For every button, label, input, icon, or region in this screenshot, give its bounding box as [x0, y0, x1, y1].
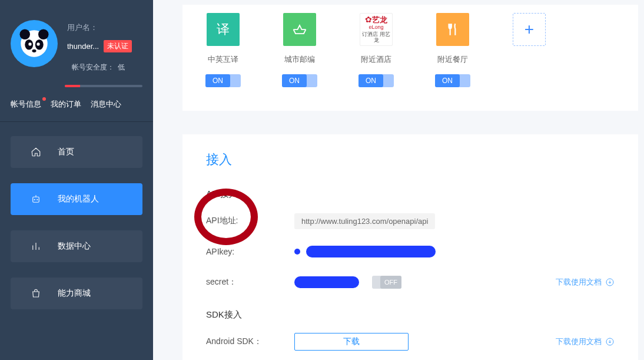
post-icon	[291, 21, 308, 38]
svg-rect-8	[33, 197, 39, 202]
api-key-label: APIkey:	[206, 247, 294, 256]
func-postcode: 城市邮编 ON	[279, 13, 320, 87]
elong-logo-icon: ✿艺龙 eLong 订酒店 用艺龙	[360, 15, 392, 43]
nav-robot-label: 我的机器人	[58, 194, 99, 204]
svg-point-2	[38, 29, 49, 40]
main-content: 译 中英互译 ON 城市邮编 ON ✿艺龙 eLong	[153, 0, 644, 360]
nav-home[interactable]: 首页	[11, 136, 142, 168]
nav-data-label: 数据中心	[58, 241, 91, 252]
nav-data-center[interactable]: 数据中心	[11, 230, 142, 262]
home-icon	[31, 147, 41, 157]
nav-store-label: 能力商城	[58, 288, 91, 299]
func-translate: 译 中英互译 ON	[203, 13, 244, 87]
utensils-icon	[445, 22, 460, 37]
username-label: 用户名：	[67, 22, 142, 33]
tab-my-orders[interactable]: 我的订单	[51, 99, 81, 110]
nav-home-label: 首页	[58, 147, 74, 157]
profile-block: 用户名： thunder... 未认证 帐号安全度： 低	[0, 0, 153, 80]
secret-redacted	[294, 276, 359, 288]
api-url-value[interactable]: http://www.tuling123.com/openapi/api	[294, 213, 435, 229]
secret-toggle[interactable]: OFF	[372, 276, 401, 289]
tile-hotel[interactable]: ✿艺龙 eLong 订酒店 用艺龙	[360, 13, 393, 46]
tile-postcode[interactable]	[283, 13, 316, 46]
robot-icon	[31, 194, 41, 204]
svg-point-7	[32, 49, 36, 52]
verify-badge[interactable]: 未认证	[104, 40, 132, 52]
download-circle-icon	[605, 337, 615, 346]
sidebar: 用户名： thunder... 未认证 帐号安全度： 低 帐号信息 我的订单 消…	[0, 0, 153, 360]
download-circle-icon	[605, 278, 615, 287]
toggle-hotel[interactable]: ON	[358, 74, 394, 87]
add-function-button[interactable]: +	[513, 13, 546, 46]
svg-point-5	[28, 42, 31, 45]
secret-label: secret：	[206, 277, 294, 288]
tile-restaurant[interactable]	[436, 13, 469, 46]
func-translate-label: 中英互译	[208, 54, 238, 65]
toggle-hotel-state: ON	[358, 74, 383, 87]
nav-ability-store[interactable]: 能力商城	[11, 278, 142, 309]
access-panel: 接入 API接入 API地址: http://www.tuling123.com…	[182, 134, 638, 360]
username-value: thunder...	[67, 42, 99, 51]
toggle-translate[interactable]: ON	[205, 74, 241, 87]
doc-link-android[interactable]: 下载使用文档	[556, 336, 615, 347]
func-hotel: ✿艺龙 eLong 订酒店 用艺龙 附近酒店 ON	[356, 13, 397, 87]
translate-glyph: 译	[217, 21, 230, 38]
redaction-dot-icon	[294, 249, 300, 255]
func-hotel-label: 附近酒店	[361, 54, 391, 65]
access-title: 接入	[206, 151, 615, 169]
svg-point-1	[20, 29, 31, 40]
func-postcode-label: 城市邮编	[284, 54, 315, 65]
bar-chart-icon	[31, 241, 41, 252]
tab-message-center[interactable]: 消息中心	[91, 99, 121, 110]
functions-panel: 译 中英互译 ON 城市邮编 ON ✿艺龙 eLong	[182, 5, 638, 111]
doc-link-secret[interactable]: 下载使用文档	[556, 277, 615, 288]
doc-link-label: 下载使用文档	[556, 277, 602, 288]
panda-icon	[18, 27, 51, 60]
tile-translate[interactable]: 译	[207, 13, 240, 46]
secret-toggle-state: OFF	[380, 276, 401, 289]
toggle-postcode-state: ON	[282, 74, 307, 87]
svg-point-10	[36, 199, 38, 200]
tab-account-label: 帐号信息	[11, 100, 41, 108]
plus-icon: +	[525, 20, 534, 39]
notification-dot-icon	[42, 97, 46, 101]
nav-my-robot[interactable]: 我的机器人	[11, 183, 142, 215]
avatar[interactable]	[11, 20, 58, 67]
api-url-label: API地址:	[206, 216, 294, 226]
func-restaurant-label: 附近餐厅	[437, 54, 468, 65]
func-restaurant: 附近餐厅 ON	[432, 13, 473, 87]
tab-account-info[interactable]: 帐号信息	[11, 99, 41, 110]
android-download-label: 下载	[343, 336, 360, 347]
doc-link-android-label: 下载使用文档	[556, 336, 602, 347]
toggle-restaurant[interactable]: ON	[435, 74, 470, 87]
shopping-bag-icon	[31, 288, 41, 299]
svg-point-9	[34, 199, 35, 200]
api-key-redacted	[306, 246, 436, 257]
toggle-postcode[interactable]: ON	[282, 74, 317, 87]
security-level: 低	[118, 62, 125, 72]
toggle-restaurant-state: ON	[435, 74, 460, 87]
android-sdk-label: Android SDK：	[206, 336, 294, 347]
sdk-section-heading: SDK接入	[206, 309, 615, 321]
api-section-heading: API接入	[206, 189, 615, 200]
android-download-button[interactable]: 下载	[294, 333, 409, 351]
func-add: +	[509, 13, 550, 46]
toggle-translate-state: ON	[205, 74, 230, 87]
security-label: 帐号安全度：	[72, 62, 114, 72]
svg-point-6	[36, 42, 39, 45]
